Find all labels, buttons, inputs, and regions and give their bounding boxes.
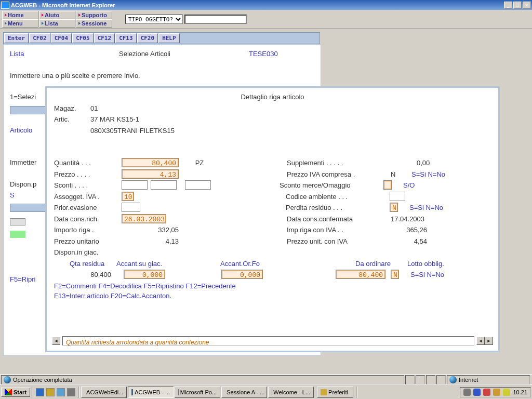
artic-desc: 080X305TRANI FILETKS15 <box>90 126 175 136</box>
menu-home[interactable]: Home <box>2 11 38 19</box>
da-ordinare-input[interactable]: 80,400 <box>336 270 385 279</box>
sc-merce-hint: S/O <box>403 180 415 191</box>
screen-instruction: Immettere una o più scelte e premere Inv… <box>10 71 314 82</box>
data-conf-label: Data cons.confermata <box>287 214 391 224</box>
sconti-label: Sconti . . . . <box>54 180 122 191</box>
perd-label: Perdita residuo . . . <box>286 203 390 213</box>
quicklaunch-app-icon[interactable] <box>67 388 75 396</box>
perd-hint: S=Si N=No <box>409 203 443 213</box>
data-rich-input[interactable]: 26.03.2003 <box>122 214 166 223</box>
cod-amb-input[interactable] <box>390 192 405 201</box>
disp-label: Dispon.in giac. <box>54 247 98 258</box>
maximize-button[interactable]: □ <box>513 2 522 9</box>
start-button[interactable]: Start <box>1 388 30 397</box>
small-gray-box <box>10 218 25 225</box>
col-da-ordinare: Da ordinare <box>355 259 407 269</box>
prior-input[interactable] <box>122 203 140 212</box>
perd-input[interactable]: N <box>390 203 398 212</box>
sc-merce-input[interactable] <box>383 180 392 190</box>
quicklaunch-outlook-icon[interactable] <box>46 388 55 396</box>
fkey-cf02[interactable]: CF02 <box>29 33 50 43</box>
close-button[interactable]: × <box>523 2 531 9</box>
quicklaunch-ie-icon[interactable] <box>36 388 44 396</box>
tray-icon-2[interactable] <box>473 389 481 396</box>
tray-icon-5[interactable] <box>503 389 510 396</box>
accant-giac-input[interactable]: 0,000 <box>124 270 165 279</box>
pu-iva-value: 4,54 <box>391 236 427 247</box>
function-key-bar: Enter CF02 CF04 CF05 CF12 CF13 CF20 HELP <box>3 32 320 44</box>
ie-icon <box>1 2 9 9</box>
sconto3-input[interactable] <box>185 180 211 190</box>
tray-icon-3[interactable] <box>483 389 490 396</box>
task-welcome[interactable]: Welcome - L... <box>268 387 314 398</box>
sc-merce-label: Sconto merce/Omaggio <box>280 180 383 191</box>
cod-amb-label: Codice ambiente . . . <box>286 192 390 202</box>
scroll-left-button[interactable]: ◄ <box>52 337 60 345</box>
task-sessione[interactable]: Sessione A - ... <box>221 387 267 398</box>
ie-statusbar: Operazione completata Internet <box>0 374 532 384</box>
tray-clock: 10.21 <box>513 389 527 395</box>
ie-task-icon <box>131 389 133 395</box>
task-preferiti[interactable]: Preferiti <box>317 387 353 398</box>
status-message: Quantità richiesta arrotondata a quantit… <box>62 336 474 345</box>
task-powerpoint[interactable]: Microsoft Po... <box>175 387 220 398</box>
qta-input[interactable]: 80,400 <box>122 158 179 167</box>
scroll-back-button[interactable]: ◄ <box>476 337 485 345</box>
assogg-input[interactable]: 10 <box>122 192 134 201</box>
prior-label: Prior.evasione <box>54 203 122 213</box>
screen-lista: Lista <box>10 49 119 60</box>
window-title: ACGWEB - Microsoft Internet Explorer <box>11 2 504 8</box>
sconto1-input[interactable] <box>122 180 148 190</box>
pu-value: 4,13 <box>122 236 179 247</box>
quicklaunch-desktop-icon[interactable] <box>57 388 65 396</box>
qta-residua-value: 80,400 <box>70 270 111 280</box>
magaz-value: 01 <box>90 103 98 114</box>
col-accant-orfo: Accant.Or.Fo <box>220 259 335 269</box>
minimize-button[interactable]: _ <box>504 2 512 9</box>
suppl-label: Supplementi . . . . . <box>287 158 391 168</box>
menu-supporto[interactable]: Supporto <box>76 11 112 19</box>
fkey-cf05[interactable]: CF05 <box>72 33 94 43</box>
fkey-cf12[interactable]: CF12 <box>94 33 115 43</box>
fkey-cf13[interactable]: CF13 <box>115 33 137 43</box>
imp-riga-iva-label: Imp.riga con IVA . . <box>287 225 391 235</box>
tipo-oggetto-select[interactable]: TIPO OGGETTO? <box>125 15 183 24</box>
tipo-oggetto-input[interactable] <box>184 15 247 24</box>
tray-icon-4[interactable] <box>493 389 500 396</box>
task-acgweb[interactable]: ACGWEB - ... <box>128 387 174 398</box>
scroll-right-button[interactable]: ► <box>485 337 493 345</box>
col-accant-giac: Accant.su giac. <box>116 259 189 269</box>
iva-comp-value: N <box>391 169 411 180</box>
menu-menu[interactable]: Menu <box>2 19 38 28</box>
iva-comp-hint: S=Si N=No <box>411 169 445 180</box>
prezzo-label: Prezzo . . . . <box>54 169 122 180</box>
fkey-cf20[interactable]: CF20 <box>137 33 158 43</box>
start-label: Start <box>14 389 26 395</box>
fkey-enter[interactable]: Enter <box>4 33 29 43</box>
suppl-value: 0,00 <box>417 158 430 168</box>
window-titlebar: ACGWEB - Microsoft Internet Explorer _ □… <box>0 0 532 10</box>
screen-title: Selezione Articoli <box>119 49 249 60</box>
tray-icon-1[interactable] <box>463 389 471 396</box>
sconto2-input[interactable] <box>151 180 177 190</box>
lotto-obblig-input[interactable]: N <box>391 270 399 279</box>
app-menubar: Home Menu Aiuto Lista Supporto Sessione … <box>0 10 532 29</box>
accant-orfo-input[interactable]: 0,000 <box>221 270 263 279</box>
star-icon <box>321 389 327 395</box>
fkey-cf04[interactable]: CF04 <box>51 33 72 43</box>
imp-riga-iva-value: 365,26 <box>391 225 427 235</box>
col-qta-residua: Qta residua <box>70 259 116 269</box>
status-zone: Internet <box>459 377 478 383</box>
qta-um: PZ <box>179 158 220 168</box>
screen-code: TESE030 <box>249 49 278 60</box>
menu-lista[interactable]: Lista <box>39 19 75 28</box>
zone-icon <box>449 376 457 383</box>
menu-sessione[interactable]: Sessione <box>76 19 112 28</box>
lotto-hint: S=Si N=No <box>410 270 444 280</box>
prezzo-input[interactable]: 4,13 <box>122 169 179 179</box>
ppt-task-icon <box>178 389 179 395</box>
artic-label: Artic. <box>54 114 90 125</box>
menu-aiuto[interactable]: Aiuto <box>39 11 75 19</box>
task-acgwebedi[interactable]: ACGWebEdi... <box>81 387 127 398</box>
fkey-help[interactable]: HELP <box>158 33 180 43</box>
